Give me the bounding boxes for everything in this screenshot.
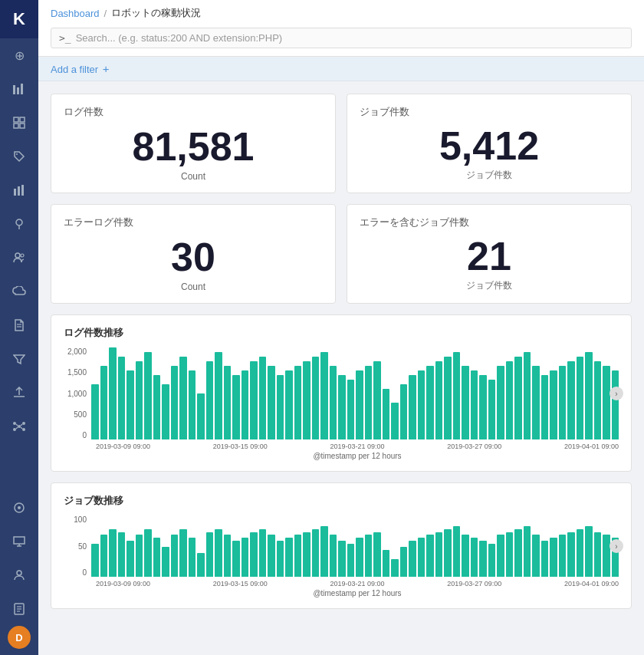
avatar[interactable]: D [8, 626, 31, 649]
bar [338, 541, 346, 577]
bar-chart-2: 100500 › 2019-03-09 09:002019-03-15 09:0… [64, 515, 619, 597]
bar [391, 403, 399, 439]
svg-point-18 [22, 422, 25, 425]
metric-error-job-value: 21 [360, 235, 619, 276]
bar [100, 535, 108, 577]
bar [418, 538, 426, 577]
bar [383, 550, 390, 577]
svg-rect-6 [20, 123, 25, 128]
bar [524, 526, 531, 577]
bar [603, 366, 610, 439]
bar [91, 384, 99, 439]
sidebar-bottom: D [0, 491, 38, 655]
bar [347, 380, 355, 439]
bar [567, 361, 575, 439]
bar [144, 529, 152, 577]
sidebar-icon-nodes[interactable] [0, 410, 38, 443]
bar [153, 375, 161, 439]
sidebar-icon-user[interactable] [0, 558, 38, 592]
sidebar-icon-doc[interactable] [0, 308, 38, 342]
bar [550, 370, 557, 439]
bar [471, 538, 478, 577]
sidebar-icon-cloud[interactable] [0, 275, 38, 308]
chart1-wrapper: 2,0001,5001,0005000 › 2019-03-09 09:0020… [64, 347, 619, 460]
sidebar-icon-tag[interactable] [0, 140, 38, 173]
metric-log-count-title: ログ件数 [64, 105, 323, 119]
sidebar-icon-filter[interactable] [0, 342, 38, 376]
sidebar-icon-tools[interactable] [0, 491, 38, 525]
metric-error-log-title: エラーログ件数 [64, 216, 323, 229]
bar [567, 532, 575, 578]
bar [497, 366, 504, 439]
top-bar: Dashboard / ロボットの稼動状況 >_ Search... (e.g.… [38, 0, 644, 57]
bar-chart-1: 2,0001,5001,0005000 › 2019-03-09 09:0020… [64, 347, 619, 460]
bar [215, 529, 222, 577]
bar [91, 544, 99, 577]
svg-point-26 [18, 506, 21, 509]
breadcrumb-current: ロボットの稼動状況 [111, 6, 201, 20]
bar [577, 529, 584, 577]
bar [444, 529, 452, 577]
bar [497, 535, 504, 577]
search-bar[interactable]: >_ Search... (e.g. status:200 AND extens… [51, 28, 632, 48]
y-tick: 1,500 [67, 368, 87, 377]
x-axis-1: 2019-03-09 09:002019-03-15 09:002019-03-… [64, 443, 619, 450]
bar [594, 361, 602, 439]
bar [559, 366, 567, 439]
bar [532, 535, 540, 577]
bar [268, 366, 275, 439]
svg-point-27 [17, 571, 21, 575]
svg-rect-2 [21, 84, 23, 94]
sidebar-icon-monitor[interactable] [0, 525, 38, 558]
add-filter-button[interactable]: Add a filter [51, 64, 98, 75]
bar [585, 526, 593, 577]
svg-point-12 [15, 253, 20, 258]
y-tick: 0 [82, 568, 87, 577]
sidebar-icon-globe[interactable]: ⊕ [0, 38, 38, 72]
chart-log-trend-title: ログ件数推移 [64, 326, 619, 340]
breadcrumb: Dashboard / ロボットの稼動状況 [51, 0, 632, 23]
svg-rect-4 [20, 117, 25, 122]
bar [197, 553, 205, 577]
sidebar-icon-upload[interactable] [0, 376, 38, 410]
sidebar-icon-barchart[interactable] [0, 173, 38, 207]
bar [242, 538, 249, 577]
bar [506, 361, 514, 439]
bar [426, 535, 434, 577]
bar [409, 375, 416, 439]
bar [612, 370, 619, 439]
bar [488, 544, 496, 577]
bar [232, 541, 240, 577]
bar [373, 361, 381, 439]
top-metrics-row: ログ件数 81,581 Count ジョブ件数 5,412 ジョブ件数 [51, 94, 632, 193]
bar [435, 532, 443, 578]
bar [488, 380, 496, 439]
breadcrumb-link[interactable]: Dashboard [51, 8, 100, 19]
svg-point-19 [13, 428, 16, 431]
filter-plus-icon[interactable]: + [103, 62, 110, 75]
sidebar-icon-pin[interactable] [0, 207, 38, 241]
bar [320, 352, 328, 439]
chart2-scroll-btn[interactable]: › [610, 539, 623, 553]
sidebar-icon-docs[interactable] [0, 592, 38, 626]
svg-point-17 [13, 422, 16, 425]
bar [479, 541, 487, 577]
bar [118, 357, 126, 439]
bar [453, 352, 461, 439]
bar [277, 541, 284, 577]
y-tick: 2,000 [67, 347, 87, 356]
y-tick: 100 [74, 515, 87, 524]
bar [383, 389, 390, 439]
bar [250, 532, 258, 578]
svg-point-20 [22, 428, 25, 431]
bar [594, 532, 602, 578]
chart1-scroll-btn[interactable]: › [610, 387, 623, 400]
content-area: ログ件数 81,581 Count ジョブ件数 5,412 ジョブ件数 エラーロ… [38, 81, 644, 655]
bar [242, 370, 249, 439]
sidebar-logo[interactable]: K [0, 0, 38, 38]
sidebar-icon-people[interactable] [0, 241, 38, 275]
sidebar-icon-grid[interactable] [0, 106, 38, 140]
x-tick: 2019-03-09 09:00 [96, 580, 150, 588]
bar [409, 541, 416, 577]
sidebar-icon-chart[interactable] [0, 72, 38, 106]
